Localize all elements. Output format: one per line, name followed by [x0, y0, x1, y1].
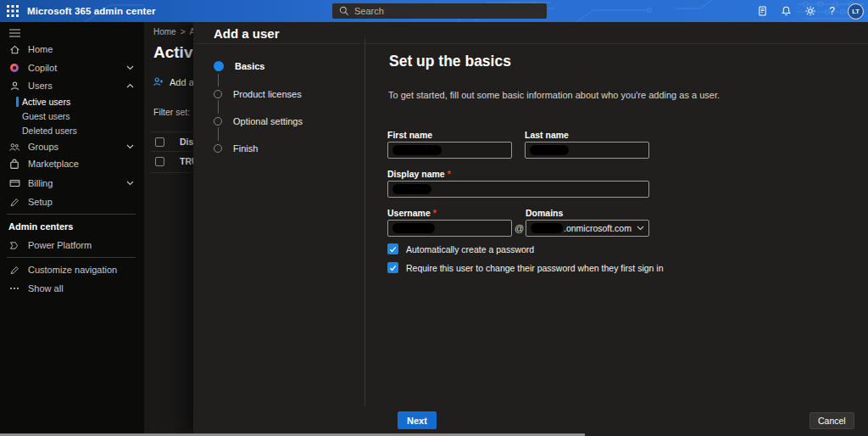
last-name-label: Last name	[525, 130, 569, 140]
copilot-icon	[8, 63, 20, 73]
next-button[interactable]: Next	[398, 411, 437, 429]
notifications-bell-icon[interactable]	[781, 5, 792, 17]
first-name-label: First name	[387, 130, 432, 140]
sidebar-item-show-all[interactable]: Show all	[0, 281, 141, 296]
step-connector	[218, 74, 219, 87]
breadcrumb-home[interactable]: Home	[153, 27, 176, 36]
sidebar-item-setup[interactable]: Setup	[0, 194, 141, 210]
step-connector	[218, 100, 219, 114]
breadcrumb-separator: >	[181, 27, 186, 36]
sidebar-item-customize-navigation[interactable]: Customize navigation	[0, 262, 141, 277]
checkmark-icon	[389, 246, 397, 253]
first-name-input[interactable]	[387, 142, 512, 159]
step-dot	[214, 117, 222, 126]
step-dot	[214, 90, 222, 98]
display-name-label: Display name *	[387, 169, 451, 179]
setup-tool-icon	[8, 197, 20, 207]
at-symbol: @	[515, 223, 524, 233]
chevron-down-icon	[126, 181, 134, 186]
wizard-step-finish[interactable]: Finish	[214, 143, 258, 154]
username-input[interactable]	[387, 220, 512, 237]
sidebar-item-billing[interactable]: Billing	[0, 176, 141, 191]
section-description: To get started, fill out some basic info…	[388, 90, 720, 100]
search-input[interactable]	[332, 3, 547, 19]
username-label: Username *	[387, 208, 437, 218]
sidebar-item-users[interactable]: Users	[0, 78, 141, 93]
require-password-change-checkbox-row[interactable]: Require this user to change their passwo…	[387, 262, 664, 273]
group-icon	[8, 142, 20, 153]
add-user-panel: Add a user Basics Product licenses Optio…	[193, 22, 868, 436]
checked-checkbox[interactable]	[387, 262, 398, 273]
sidebar-item-active-users[interactable]: Active users	[0, 95, 141, 109]
chevron-up-icon	[126, 83, 134, 88]
checkmark-icon	[389, 265, 397, 271]
sidebar-item-guest-users[interactable]: Guest users	[0, 109, 141, 123]
sidebar-divider	[7, 257, 136, 258]
step-active-dot	[214, 61, 224, 71]
left-navigation: Home Copilot Users Active users Guest us…	[0, 22, 144, 436]
settings-gear-icon[interactable]	[804, 5, 816, 17]
power-platform-icon	[8, 241, 20, 250]
admin-centers-section-label: Admin centers	[8, 220, 73, 233]
account-avatar[interactable]: LT	[848, 3, 864, 20]
app-title[interactable]: Microsoft 365 admin center	[27, 0, 156, 22]
person-icon	[8, 81, 20, 92]
panel-title: Add a user	[214, 26, 280, 41]
wizard-step-basics[interactable]: Basics	[214, 61, 264, 71]
domains-label: Domains	[526, 208, 563, 218]
chevron-down-icon	[126, 144, 134, 149]
required-asterisk: *	[433, 208, 437, 218]
redacted-value	[531, 223, 563, 233]
redacted-value	[392, 184, 431, 194]
sidebar-item-deleted-users[interactable]: Deleted users	[0, 124, 141, 137]
sidebar-item-marketplace[interactable]: Marketplace	[0, 156, 141, 171]
app-launcher-icon[interactable]	[7, 5, 19, 17]
ellipsis-icon	[8, 287, 20, 290]
top-bar: Microsoft 365 admin center ? LT	[0, 0, 868, 22]
pencil-icon	[8, 265, 20, 275]
panel-vertical-divider	[364, 39, 365, 406]
sidebar-item-home[interactable]: Home	[0, 42, 141, 57]
redacted-value	[392, 223, 435, 233]
chevron-down-icon	[637, 226, 644, 231]
person-add-icon	[153, 76, 164, 87]
wizard-step-optional-settings[interactable]: Optional settings	[214, 116, 303, 126]
collapse-menu-icon[interactable]	[9, 29, 20, 37]
chevron-down-icon	[126, 65, 134, 70]
required-asterisk: *	[448, 169, 451, 179]
checked-checkbox[interactable]	[387, 243, 398, 254]
sidebar-item-groups[interactable]: Groups	[0, 139, 141, 154]
redacted-value	[530, 145, 569, 155]
step-dot	[214, 144, 222, 153]
home-icon	[8, 44, 20, 55]
sidebar-item-copilot[interactable]: Copilot	[0, 60, 141, 75]
sidebar-item-power-platform[interactable]: Power Platform	[0, 238, 141, 253]
redacted-value	[392, 145, 442, 155]
cancel-button[interactable]: Cancel	[810, 412, 854, 429]
step-connector	[218, 127, 219, 141]
domains-dropdown[interactable]: .onmicrosoft.com	[526, 220, 649, 237]
help-icon[interactable]: ?	[829, 5, 835, 17]
sidebar-divider	[7, 214, 136, 215]
panel-header-divider	[193, 43, 868, 44]
select-all-checkbox[interactable]	[155, 137, 164, 147]
wizard-step-product-licenses[interactable]: Product licenses	[214, 89, 302, 99]
row-checkbox[interactable]	[155, 157, 164, 166]
display-name-input[interactable]	[387, 181, 649, 198]
last-name-input[interactable]	[525, 142, 649, 159]
auto-password-checkbox-row[interactable]: Automatically create a password	[387, 243, 534, 254]
release-notes-icon[interactable]	[757, 5, 768, 17]
shopping-bag-icon	[8, 159, 20, 170]
credit-card-icon	[8, 178, 20, 188]
topbar-actions: ? LT	[757, 0, 864, 22]
section-heading: Set up the basics	[389, 53, 511, 70]
